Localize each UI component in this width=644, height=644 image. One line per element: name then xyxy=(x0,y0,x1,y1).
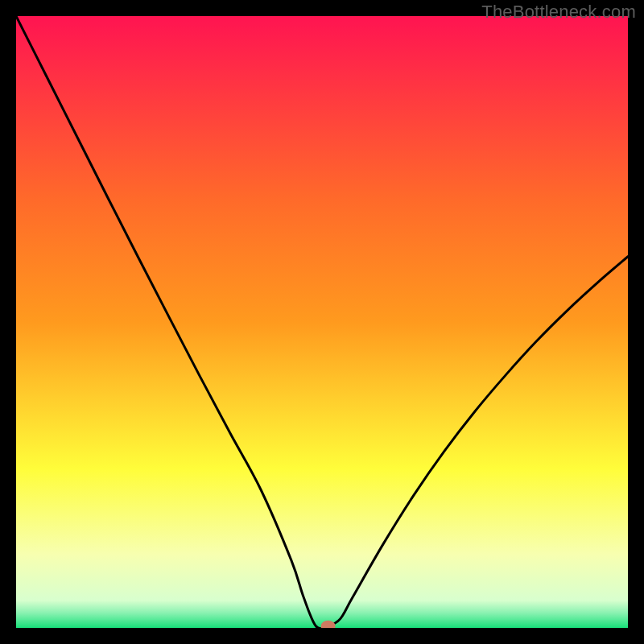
bottleneck-plot xyxy=(16,16,628,628)
watermark-text: TheBottleneck.com xyxy=(481,2,636,23)
chart-frame: TheBottleneck.com xyxy=(0,0,644,644)
plot-background xyxy=(16,16,628,628)
